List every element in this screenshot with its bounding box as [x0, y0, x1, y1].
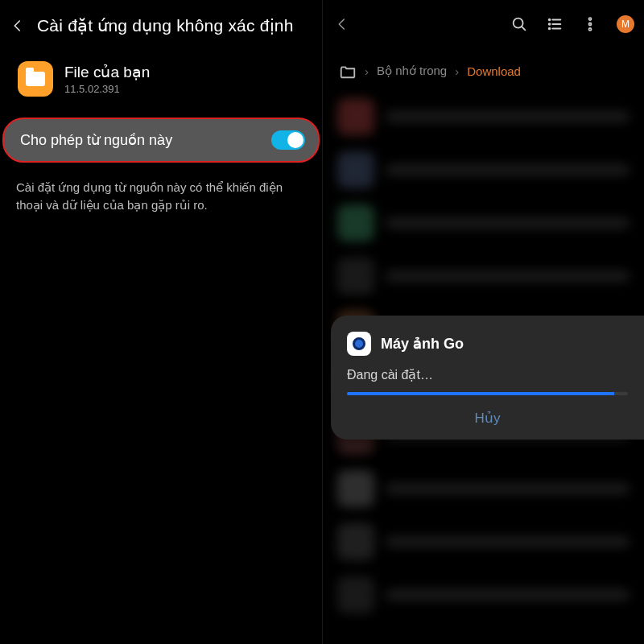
app-version: 11.5.02.391: [64, 83, 150, 95]
highlighted-toggle-wrap: Cho phép từ nguồn này: [0, 118, 322, 163]
more-menu-icon[interactable]: [581, 15, 599, 33]
page-title: Cài đặt ứng dụng không xác định: [37, 16, 294, 35]
breadcrumb: › Bộ nhớ trong › Download: [323, 43, 644, 90]
svg-point-7: [549, 28, 551, 30]
cancel-button[interactable]: Hủy: [347, 410, 628, 427]
breadcrumb-internal-storage[interactable]: Bộ nhớ trong: [377, 64, 447, 78]
breadcrumb-current-folder[interactable]: Download: [467, 64, 521, 78]
app-name: File của bạn: [64, 63, 150, 81]
app-info-row: File của bạn 11.5.02.391: [0, 47, 322, 108]
file-list-blurred: Máy ảnh Go Đang cài đặt… Hủy: [323, 90, 644, 621]
left-phone-settings: Cài đặt ứng dụng không xác định File của…: [0, 0, 322, 644]
svg-line-1: [522, 27, 525, 30]
svg-point-9: [589, 23, 592, 26]
install-status-text: Đang cài đặt…: [347, 367, 628, 382]
list-view-icon[interactable]: [546, 15, 564, 33]
account-avatar[interactable]: M: [617, 15, 634, 33]
svg-point-5: [549, 19, 551, 21]
right-phone-file-manager: M › Bộ nhớ trong › Download: [322, 0, 644, 644]
chevron-right-icon: ›: [365, 64, 369, 78]
settings-header: Cài đặt ứng dụng không xác định: [0, 0, 322, 47]
home-folder-icon[interactable]: [339, 63, 357, 79]
svg-point-8: [589, 18, 592, 20]
svg-point-6: [549, 23, 551, 25]
toggle-switch-on[interactable]: [271, 130, 305, 150]
svg-point-10: [589, 28, 592, 31]
allow-from-source-toggle-row[interactable]: Cho phép từ nguồn này: [2, 118, 320, 163]
install-progress-bar: [347, 392, 628, 395]
camera-app-icon: [347, 332, 371, 356]
search-icon[interactable]: [510, 15, 528, 33]
install-dialog: Máy ảnh Go Đang cài đặt… Hủy: [331, 316, 644, 440]
back-icon[interactable]: [6, 14, 29, 37]
file-header: M: [323, 0, 644, 43]
dialog-app-name: Máy ảnh Go: [381, 335, 464, 353]
toggle-label: Cho phép từ nguồn này: [20, 131, 172, 149]
risk-warning-text: Cài đặt ứng dụng từ nguồn này có thể khi…: [0, 163, 322, 230]
folder-app-icon: [18, 61, 53, 97]
chevron-right-icon: ›: [455, 64, 459, 78]
back-icon[interactable]: [331, 13, 353, 35]
